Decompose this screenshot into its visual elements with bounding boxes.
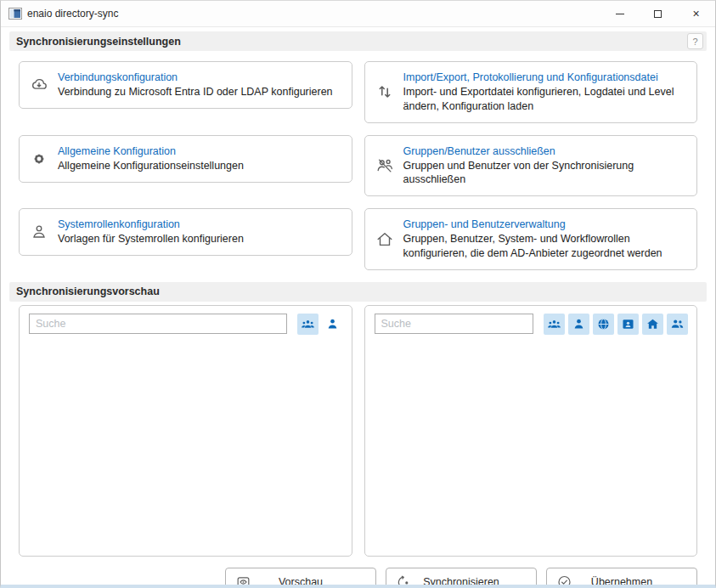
group-icon: [547, 317, 561, 331]
card-systemrollenkonfiguration[interactable]: Systemrollenkonfiguration Vorlagen für S…: [19, 208, 352, 256]
home-icon: [375, 230, 394, 249]
card-description: Allgemeine Konfigurationseinstellungen: [58, 159, 244, 173]
card-description: Gruppen und Benutzer von der Synchronisi…: [403, 159, 687, 188]
cloud-download-icon: [30, 76, 48, 94]
card-title: Gruppen/Benutzer ausschließen: [403, 144, 687, 159]
gear-icon: [30, 150, 48, 168]
groups-panel-toolbar: [20, 306, 352, 340]
filter-global-button[interactable]: [593, 314, 614, 335]
card-title: Systemrollenkonfiguration: [58, 218, 244, 232]
vorschau-button-label: Vorschau: [279, 576, 323, 588]
person-icon: [325, 317, 340, 331]
minimize-button[interactable]: [600, 1, 639, 26]
users-excluded-icon: [375, 156, 394, 175]
settings-section-header: Synchronisierungseinstellungen ?: [9, 31, 707, 51]
card-gruppen-benutzerverwaltung[interactable]: Gruppen- und Benutzerverwaltung Gruppen,…: [364, 208, 698, 270]
filter-users-button[interactable]: [322, 314, 343, 335]
card-title: Gruppen- und Benutzerverwaltung: [403, 218, 687, 232]
maximize-icon: [654, 10, 662, 18]
app-icon: [8, 7, 22, 20]
import-export-icon: [375, 82, 394, 101]
app-window: { "window": { "title": "enaio directory-…: [0, 0, 716, 588]
person-icon: [30, 223, 48, 241]
settings-header-title: Synchronisierungseinstellungen: [16, 36, 181, 48]
groups-preview-panel: [19, 305, 352, 557]
synchronisieren-button[interactable]: Synchronisieren: [386, 568, 537, 588]
card-verbindungskonfiguration[interactable]: Verbindungskonfiguration Verbindung zu M…: [19, 61, 352, 109]
settings-cards: Verbindungskonfiguration Verbindung zu M…: [19, 61, 697, 270]
two-people-icon: [670, 317, 685, 331]
person-icon: [572, 317, 586, 331]
filter-contact-card-button[interactable]: [617, 314, 639, 335]
filter-home-button[interactable]: [642, 314, 663, 335]
card-import-export[interactable]: Import/Export, Protokollierung und Konfi…: [364, 61, 698, 123]
uebernehmen-button-label: Übernehmen: [591, 576, 652, 588]
filter-two-people-button[interactable]: [667, 314, 688, 335]
filter-groups-button[interactable]: [297, 314, 319, 335]
check-circle-icon: [556, 574, 572, 588]
preview-header-title: Synchronisierungsvorschau: [16, 286, 160, 297]
users-search-input[interactable]: [375, 314, 534, 334]
close-icon: ×: [692, 8, 699, 20]
card-title: Verbindungskonfiguration: [58, 71, 333, 85]
card-title: Import/Export, Protokollierung und Konfi…: [403, 71, 687, 85]
sync-icon: [396, 574, 412, 588]
groups-search-input[interactable]: [29, 314, 287, 334]
users-result-list: [365, 340, 697, 556]
window-title: enaio directory-sync: [27, 8, 118, 20]
card-title: Allgemeine Konfiguration: [58, 144, 244, 159]
group-icon: [301, 317, 315, 331]
groups-result-list: [20, 340, 352, 556]
card-description: Gruppen, Benutzer, System- und Workflowr…: [403, 232, 687, 261]
help-button[interactable]: ?: [687, 33, 703, 49]
preview-section-header: Synchronisierungsvorschau: [9, 282, 707, 302]
synchronisieren-button-label: Synchronisieren: [423, 576, 499, 588]
filter-groups-button[interactable]: [544, 314, 565, 335]
preview-panels: [19, 305, 697, 557]
users-panel-toolbar: [365, 306, 697, 340]
action-bar: Vorschau Synchronisieren Übernehmen: [19, 568, 697, 588]
home-icon: [646, 317, 660, 331]
users-preview-panel: [364, 305, 698, 557]
maximize-button[interactable]: [639, 1, 677, 26]
minimize-icon: [616, 14, 624, 14]
title-bar: enaio directory-sync ×: [1, 1, 715, 27]
uebernehmen-button[interactable]: Übernehmen: [546, 568, 697, 588]
filter-users-button[interactable]: [568, 314, 589, 335]
card-gruppen-benutzer-ausschliessen[interactable]: Gruppen/Benutzer ausschließen Gruppen un…: [364, 135, 698, 197]
card-description: Vorlagen für Systemrollen konfigurieren: [58, 232, 244, 246]
contact-card-icon: [621, 317, 635, 331]
vorschau-button[interactable]: Vorschau: [225, 568, 376, 588]
card-description: Import- und Exportdatei konfigurieren, L…: [403, 85, 687, 114]
close-button[interactable]: ×: [677, 1, 715, 26]
globe-icon: [596, 317, 611, 331]
card-description: Verbindung zu Microsoft Entra ID oder LD…: [58, 85, 333, 99]
preview-eye-icon: [235, 574, 251, 588]
card-allgemeine-konfiguration[interactable]: Allgemeine Konfiguration Allgemeine Konf…: [19, 135, 352, 183]
